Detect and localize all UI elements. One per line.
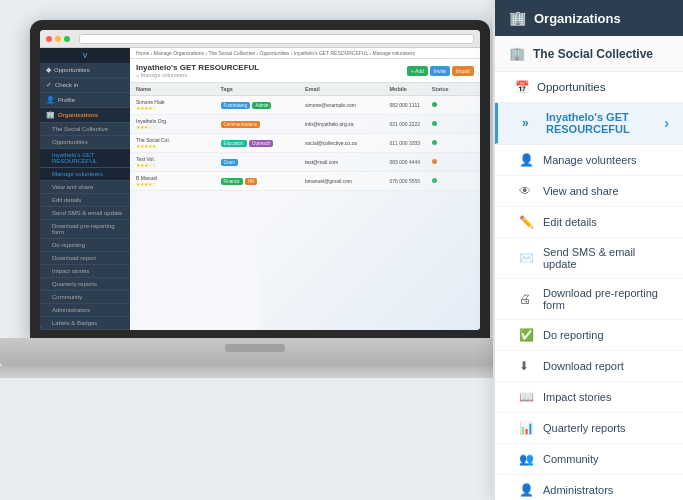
row1-tags: Fundraising Admin bbox=[221, 102, 306, 109]
sidebar-download-report[interactable]: Download report bbox=[40, 252, 130, 265]
community-item[interactable]: 👥 Community bbox=[495, 444, 683, 475]
book-icon: 📖 bbox=[519, 390, 535, 404]
table-row[interactable]: B Manuel ★★★★☆ Finance HR bmanuel@gmail.… bbox=[130, 172, 480, 191]
sidebar-labels[interactable]: Labels & Badges bbox=[40, 317, 130, 330]
tag-admin: Admin bbox=[252, 102, 271, 109]
view-share-label: View and share bbox=[543, 185, 619, 197]
sidebar-inyathelo[interactable]: Inyathelo's GET RESOURCEFUL bbox=[40, 149, 130, 168]
view-share-item[interactable]: 👁 View and share bbox=[495, 176, 683, 207]
add-volunteer-btn[interactable]: + Add bbox=[407, 66, 428, 76]
impact-stories-label: Impact stories bbox=[543, 391, 611, 403]
row3-status bbox=[432, 140, 474, 146]
import-btn[interactable]: Import bbox=[452, 66, 474, 76]
table-row[interactable]: Inyathelo Org. ★★★☆☆ Communications info… bbox=[130, 115, 480, 134]
sidebar-header: V bbox=[40, 48, 130, 63]
sidebar-checkin[interactable]: ✓ Check in bbox=[40, 78, 130, 93]
impact-stories-item[interactable]: 📖 Impact stories bbox=[495, 382, 683, 413]
sidebar-manage-vol[interactable]: Manage volunteers bbox=[40, 168, 130, 181]
manage-volunteers-item[interactable]: 👤 Manage volunteers bbox=[495, 145, 683, 176]
admin-label: Administrators bbox=[52, 307, 90, 313]
download-report-label: Download report bbox=[543, 360, 624, 372]
sidebar-send-sms[interactable]: Send SMS & email update bbox=[40, 207, 130, 220]
manage-vol-icon: 👤 bbox=[519, 153, 535, 167]
table-header: Name Tags Email Mobile Status bbox=[130, 83, 480, 96]
sidebar-social-collective[interactable]: The Social Collective bbox=[40, 123, 130, 136]
opportunities-icon: ◆ bbox=[46, 66, 51, 74]
sidebar-edit-details[interactable]: Edit details bbox=[40, 194, 130, 207]
status-dot bbox=[432, 159, 437, 164]
edit-details-label: Edit details bbox=[52, 197, 81, 203]
community-label: Community bbox=[543, 453, 599, 465]
right-panel-title: Organizations bbox=[534, 11, 621, 26]
sidebar-quarterly[interactable]: Quarterly reports bbox=[40, 278, 130, 291]
sidebar-reporting[interactable]: Do reporting bbox=[40, 239, 130, 252]
app-layout: V ◆ Opportunities ✓ Check in 👤 Profile bbox=[40, 48, 480, 330]
opportunities-label: Opportunities bbox=[537, 81, 605, 93]
inyathelo-icon: » bbox=[522, 116, 538, 130]
row3-tags: Education Outreach bbox=[221, 140, 306, 147]
row1-email: simone@example.com bbox=[305, 102, 390, 108]
sidebar-profile[interactable]: 👤 Profile bbox=[40, 93, 130, 108]
social-collective-label: The Social Collective bbox=[533, 47, 653, 61]
social-collective-header[interactable]: 🏢 The Social Collective bbox=[495, 36, 683, 71]
administrators-item[interactable]: 👤 Administrators bbox=[495, 475, 683, 500]
checkin-icon: ✓ bbox=[46, 81, 52, 89]
status-dot bbox=[432, 121, 437, 126]
sidebar-organizations[interactable]: 🏢 Organizations bbox=[40, 108, 130, 123]
sidebar-logo: V bbox=[44, 52, 126, 59]
social-collective-label: The Social Collective bbox=[52, 126, 108, 132]
reporting-label: Do reporting bbox=[52, 242, 85, 248]
organizations-header-icon: 🏢 bbox=[509, 10, 526, 26]
inyathelo-item[interactable]: » Inyathelo's GET RESOURCEFUL › bbox=[495, 103, 683, 144]
send-sms-item[interactable]: ✉️ Send SMS & email update bbox=[495, 238, 683, 279]
opportunities-sub-header[interactable]: 📅 Opportunities bbox=[495, 72, 683, 103]
sidebar-profile-label: Profile bbox=[58, 97, 75, 103]
do-reporting-label: Do reporting bbox=[543, 329, 604, 341]
send-sms-label: Send SMS & email update bbox=[543, 246, 669, 270]
sidebar-sub-opportunities[interactable]: Opportunities bbox=[40, 136, 130, 149]
sub-opportunities-label: Opportunities bbox=[52, 139, 88, 145]
print-icon: 🖨 bbox=[519, 292, 535, 306]
download-report-item[interactable]: ⬇ Download report bbox=[495, 351, 683, 382]
laptop-screen: V ◆ Opportunities ✓ Check in 👤 Profile bbox=[30, 20, 490, 340]
inyathelo-label: Inyathelo's GET RESOURCEFUL bbox=[546, 111, 656, 135]
social-collective-icon: 🏢 bbox=[509, 46, 525, 61]
laptop-base bbox=[0, 338, 510, 366]
col-name: Name bbox=[136, 86, 221, 92]
administrators-label: Administrators bbox=[543, 484, 613, 496]
community-label: Community bbox=[52, 294, 82, 300]
chevron-right-icon: › bbox=[664, 115, 669, 131]
browser-max-dot bbox=[64, 36, 70, 42]
sidebar-community[interactable]: Community bbox=[40, 291, 130, 304]
check-icon: ✅ bbox=[519, 328, 535, 342]
sidebar-download-pre[interactable]: Download pre-reporting form bbox=[40, 220, 130, 239]
browser-min-dot bbox=[55, 36, 61, 42]
sidebar-opportunities[interactable]: ◆ Opportunities bbox=[40, 63, 130, 78]
do-reporting-item[interactable]: ✅ Do reporting bbox=[495, 320, 683, 351]
table-row[interactable]: Simone Hale ★★★★☆ Fundraising Admin simo… bbox=[130, 96, 480, 115]
page-title-group: Inyathelo's GET RESOURCEFUL » Manage vol… bbox=[136, 63, 259, 78]
quarterly-reports-item[interactable]: 📊 Quarterly reports bbox=[495, 413, 683, 444]
row4-mobile: 083 000 4444 bbox=[390, 159, 432, 165]
tag-hr: HR bbox=[245, 178, 258, 185]
row2-status bbox=[432, 121, 474, 127]
row5-tags: Finance HR bbox=[221, 178, 306, 185]
row1-mobile: 082 000 1111 bbox=[390, 102, 432, 108]
chart-icon: 📊 bbox=[519, 421, 535, 435]
sidebar-view-share[interactable]: View and share bbox=[40, 181, 130, 194]
edit-details-item[interactable]: ✏️ Edit details bbox=[495, 207, 683, 238]
inyathelo-label: Inyathelo's GET RESOURCEFUL bbox=[52, 152, 124, 164]
table-row[interactable]: The Social Col. ★★★★★ Education Outreach… bbox=[130, 134, 480, 153]
sidebar-impact[interactable]: Impact stories bbox=[40, 265, 130, 278]
row4-email: test@mail.com bbox=[305, 159, 390, 165]
download-pre-item[interactable]: 🖨 Download pre-reporting form bbox=[495, 279, 683, 320]
sidebar-admin[interactable]: Administrators bbox=[40, 304, 130, 317]
volunteer-table: Name Tags Email Mobile Status Simone Hal… bbox=[130, 83, 480, 330]
invite-btn[interactable]: Invite bbox=[430, 66, 450, 76]
download-pre-label: Download pre-reporting form bbox=[543, 287, 669, 311]
table-row[interactable]: Test Vol. ★★★☆☆ Grant test@mail.com 083 … bbox=[130, 153, 480, 172]
tag-outreach: Outreach bbox=[249, 140, 274, 147]
view-share-label: View and share bbox=[52, 184, 93, 190]
laptop-bottom bbox=[0, 366, 530, 378]
tag-education: Education bbox=[221, 140, 247, 147]
